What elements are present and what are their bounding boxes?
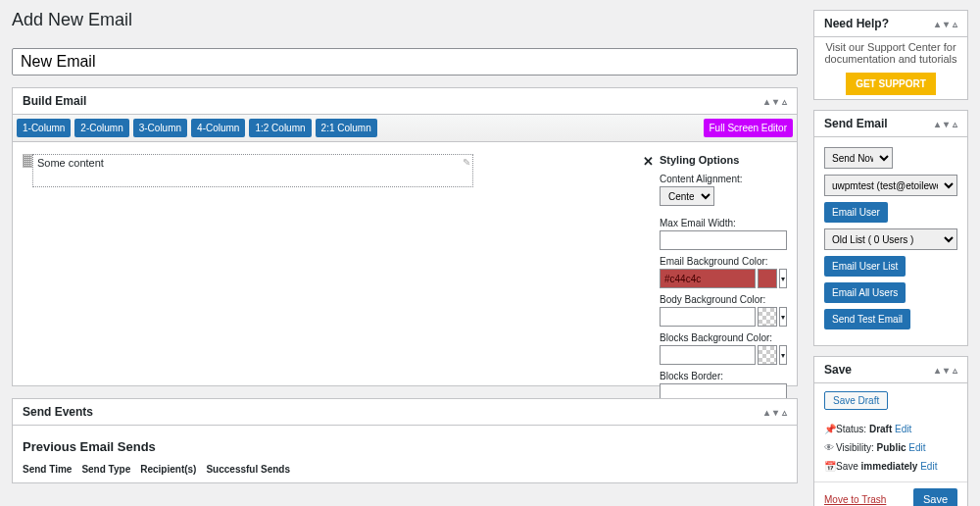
user-select[interactable]: uwpmtest (test@etoilewebdesign — [824, 175, 957, 196]
fullscreen-editor-button[interactable]: Full Screen Editor — [704, 119, 793, 137]
vis-value: Public — [877, 442, 906, 453]
pencil-icon[interactable]: ✎ — [463, 157, 470, 168]
toggle-icon[interactable]: ▵ — [782, 96, 787, 107]
th-sendtime: Send Time — [23, 464, 72, 475]
page-title: Add New Email — [12, 10, 798, 30]
previous-sends-heading: Previous Email Sends — [23, 439, 787, 454]
align-label: Content Alignment: — [660, 174, 787, 184]
send-test-button[interactable]: Send Test Email — [824, 309, 910, 329]
bodybg-input[interactable] — [660, 307, 756, 327]
col-2-button[interactable]: 2-Column — [74, 119, 128, 137]
email-all-button[interactable]: Email All Users — [824, 282, 906, 303]
status-edit-link[interactable]: Edit — [895, 424, 911, 434]
get-support-button[interactable]: GET SUPPORT — [846, 73, 936, 95]
maxw-input[interactable] — [660, 230, 787, 250]
blocksbg-input[interactable] — [660, 345, 756, 365]
chevron-down-icon[interactable]: ▾ — [944, 119, 949, 129]
send-heading: Send Email — [824, 117, 888, 130]
bodybg-swatch[interactable] — [758, 307, 777, 327]
bodybg-label: Body Background Color: — [660, 294, 787, 305]
col-1-button[interactable]: 1-Column — [17, 119, 71, 137]
chevron-down-icon[interactable]: ▾ — [773, 96, 778, 107]
email-user-button[interactable]: Email User — [824, 202, 888, 223]
save-heading: Save — [824, 363, 852, 377]
content-text: Some content — [37, 157, 104, 169]
vis-label: Visibility: — [836, 442, 874, 453]
pin-icon: 📌 — [824, 420, 834, 438]
build-heading: Build Email — [23, 94, 86, 108]
maxw-label: Max Email Width: — [660, 218, 787, 228]
save-draft-button[interactable]: Save Draft — [824, 391, 888, 410]
email-user-list-button[interactable]: Email User List — [824, 256, 906, 277]
sched-edit-link[interactable]: Edit — [920, 461, 937, 472]
move-to-trash-link[interactable]: Move to Trash — [824, 494, 886, 505]
blocksbg-swatch[interactable] — [758, 345, 777, 365]
th-sendtype: Send Type — [81, 464, 130, 475]
help-heading: Need Help? — [824, 17, 889, 30]
blocksbg-picker-icon[interactable]: ▾ — [779, 345, 787, 365]
list-select[interactable]: Old List ( 0 Users ) — [824, 228, 957, 250]
email-title-input[interactable] — [12, 48, 798, 76]
col-3-button[interactable]: 3-Column — [133, 119, 187, 137]
toggle-icon[interactable]: ▵ — [782, 407, 787, 418]
border-label: Blocks Border: — [660, 371, 787, 381]
help-text: Visit our Support Center for documentati… — [818, 41, 963, 65]
status-value: Draft — [869, 424, 892, 434]
content-block[interactable]: Some content ✎ — [32, 154, 473, 187]
events-heading: Send Events — [23, 405, 93, 419]
save-box: Save ▴▾▵ Save Draft 📌Status: Draft Edit … — [813, 356, 968, 506]
toggle-icon[interactable]: ▵ — [953, 119, 957, 129]
save-button[interactable]: Save — [913, 488, 957, 506]
blocksbg-label: Blocks Background Color: — [660, 332, 787, 343]
chevron-up-icon[interactable]: ▴ — [935, 365, 940, 376]
th-recipients: Recipient(s) — [140, 464, 196, 475]
status-label: Status: — [836, 424, 866, 434]
emailbg-picker-icon[interactable]: ▾ — [779, 269, 787, 288]
eye-icon: 👁 — [824, 438, 834, 457]
align-select[interactable]: Center — [660, 186, 714, 206]
styling-heading: Styling Options — [660, 154, 787, 166]
chevron-up-icon[interactable]: ▴ — [764, 96, 769, 107]
sched-label: Save — [836, 461, 858, 472]
toggle-icon[interactable]: ▵ — [953, 365, 957, 376]
col-4-button[interactable]: 4-Column — [191, 119, 245, 137]
col-21-button[interactable]: 2:1 Column — [316, 119, 377, 137]
chevron-up-icon[interactable]: ▴ — [935, 119, 940, 129]
toggle-icon[interactable]: ▵ — [953, 19, 957, 29]
delete-block-icon[interactable]: ✕ — [643, 154, 654, 169]
chevron-down-icon[interactable]: ▾ — [944, 19, 949, 29]
send-events-box: Send Events ▴ ▾ ▵ Previous Email Sends S… — [12, 398, 798, 483]
chevron-down-icon[interactable]: ▾ — [944, 365, 949, 376]
emailbg-input[interactable] — [660, 269, 756, 288]
th-success: Successful Sends — [206, 464, 290, 475]
emailbg-label: Email Background Color: — [660, 256, 787, 267]
build-email-box: Build Email ▴ ▾ ▵ 1-Column 2-Column 3-Co… — [12, 87, 798, 386]
help-box: Need Help? ▴▾▵ Visit our Support Center … — [813, 10, 968, 100]
col-12-button[interactable]: 1:2 Column — [249, 119, 311, 137]
chevron-up-icon[interactable]: ▴ — [935, 19, 940, 29]
emailbg-swatch[interactable] — [758, 269, 777, 288]
send-when-select[interactable]: Send Now — [824, 147, 893, 169]
calendar-icon: 📅 — [824, 457, 834, 476]
send-email-box: Send Email ▴▾▵ Send Now uwpmtest (test@e… — [813, 110, 968, 346]
bodybg-picker-icon[interactable]: ▾ — [779, 307, 787, 327]
chevron-up-icon[interactable]: ▴ — [764, 407, 769, 418]
sched-value: immediately — [861, 461, 918, 472]
drag-handle-icon[interactable] — [23, 154, 32, 168]
chevron-down-icon[interactable]: ▾ — [773, 407, 778, 418]
vis-edit-link[interactable]: Edit — [908, 442, 925, 453]
